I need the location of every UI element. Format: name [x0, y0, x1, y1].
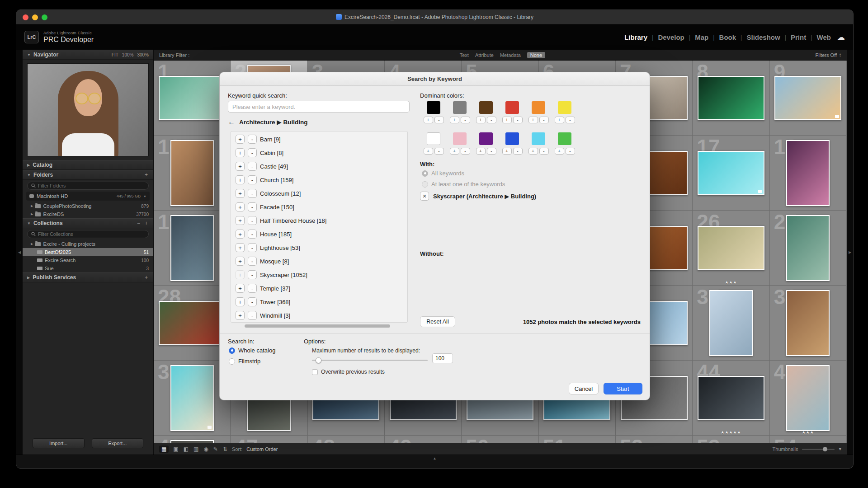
- remove-selected-keyword-button[interactable]: ✕: [420, 192, 429, 201]
- close-window-button[interactable]: [23, 14, 28, 20]
- color-remove-button[interactable]: -: [461, 148, 470, 155]
- grid-cell[interactable]: 52: [616, 436, 693, 443]
- keyword-add-button[interactable]: +: [236, 175, 245, 184]
- color-add-button[interactable]: +: [555, 148, 564, 155]
- color-remove-button[interactable]: -: [539, 148, 549, 155]
- color-remove-button[interactable]: -: [566, 117, 575, 123]
- module-tab-book[interactable]: Book: [719, 33, 736, 41]
- slider-thumb[interactable]: [316, 357, 321, 363]
- painter-tool-icon[interactable]: ✎: [213, 446, 218, 452]
- color-add-button[interactable]: +: [502, 117, 512, 123]
- grid-cell[interactable]: 35: [693, 286, 769, 361]
- color-add-button[interactable]: +: [424, 117, 433, 123]
- minimize-window-button[interactable]: [32, 14, 38, 20]
- color-swatch-red[interactable]: [505, 101, 519, 114]
- keyword-add-button[interactable]: +: [236, 257, 245, 266]
- grid-cell[interactable]: 47: [231, 436, 307, 443]
- overwrite-checkbox[interactable]: [312, 369, 318, 375]
- photo-thumbnail[interactable]: [159, 76, 226, 120]
- slider-thumb[interactable]: [823, 447, 827, 451]
- module-tab-web[interactable]: Web: [817, 33, 831, 41]
- collection-row[interactable]: BestOf202551: [23, 248, 153, 256]
- overwrite-option[interactable]: Overwrite previous results: [312, 369, 385, 375]
- volume-row[interactable]: Macintosh HD 445 / 995 GB ▼: [26, 192, 150, 201]
- filmstrip[interactable]: ▲: [16, 455, 853, 468]
- keyword-remove-button[interactable]: -: [248, 135, 257, 144]
- zoom-option-100pct[interactable]: 100%: [122, 52, 134, 57]
- color-swatch-blue[interactable]: [505, 132, 519, 145]
- with-option[interactable]: At least one of the keywords: [422, 181, 505, 188]
- keyword-remove-button[interactable]: -: [248, 175, 257, 184]
- navigator-preview[interactable]: [27, 63, 149, 156]
- color-remove-button[interactable]: -: [539, 117, 549, 123]
- keyword-add-button[interactable]: +: [236, 135, 245, 144]
- grid-cell[interactable]: 26★★★: [693, 211, 769, 286]
- keyword-add-button[interactable]: +: [236, 284, 245, 293]
- grid-cell[interactable]: 49: [385, 436, 462, 443]
- photo-thumbnail[interactable]: [786, 140, 830, 206]
- search-in-option[interactable]: Filmstrip: [229, 358, 275, 365]
- keyword-remove-button[interactable]: -: [248, 284, 257, 293]
- photo-thumbnail[interactable]: [786, 215, 830, 281]
- keyword-add-button[interactable]: +: [236, 148, 245, 157]
- photo-thumbnail[interactable]: [698, 76, 764, 120]
- keyword-remove-button[interactable]: -: [248, 311, 257, 320]
- color-add-button[interactable]: +: [555, 117, 564, 123]
- color-remove-button[interactable]: -: [434, 117, 444, 123]
- keyword-remove-button[interactable]: -: [248, 243, 257, 252]
- photo-thumbnail[interactable]: [698, 226, 764, 270]
- keyword-add-button[interactable]: +: [236, 202, 245, 211]
- collection-row[interactable]: Excire Search100: [23, 256, 153, 264]
- export-button[interactable]: Export...: [92, 438, 144, 448]
- photo-thumbnail[interactable]: [709, 290, 753, 356]
- loupe-view-icon[interactable]: ▣: [173, 446, 179, 452]
- add-collection-button[interactable]: +: [144, 220, 149, 226]
- photo-thumbnail[interactable]: [698, 376, 764, 420]
- grid-cell[interactable]: 44★★★★★: [693, 361, 769, 436]
- color-remove-button[interactable]: -: [513, 117, 523, 123]
- grid-view-icon[interactable]: ▦: [159, 446, 169, 453]
- grid-cell[interactable]: 27: [770, 211, 847, 286]
- color-remove-button[interactable]: -: [513, 148, 523, 155]
- scrollbar-thumb[interactable]: [245, 324, 390, 328]
- keyword-remove-button[interactable]: -: [248, 202, 257, 211]
- navigator-header[interactable]: ▼ Navigator FIT100%300%: [23, 50, 153, 60]
- keyword-add-button[interactable]: +: [236, 270, 245, 279]
- color-remove-button[interactable]: -: [434, 148, 444, 155]
- color-swatch-brown[interactable]: [479, 101, 493, 114]
- module-tab-map[interactable]: Map: [695, 33, 708, 41]
- filters-off-dropdown[interactable]: Filters Off ▲▼: [816, 52, 841, 58]
- left-panel-collapse-arrow[interactable]: ◀: [16, 50, 23, 455]
- color-swatch-orange[interactable]: [532, 101, 545, 114]
- grid-cell[interactable]: 54: [770, 436, 847, 443]
- zoom-option-fit[interactable]: FIT: [112, 52, 118, 57]
- keyword-remove-button[interactable]: -: [248, 270, 257, 279]
- color-add-button[interactable]: +: [476, 148, 486, 155]
- grid-cell[interactable]: 45★★★: [770, 361, 847, 436]
- collections-header[interactable]: ▼ Collections − +: [23, 218, 153, 228]
- color-remove-button[interactable]: -: [487, 148, 496, 155]
- photo-thumbnail[interactable]: [774, 76, 841, 120]
- module-tab-print[interactable]: Print: [791, 33, 806, 41]
- grid-cell[interactable]: 46: [154, 436, 231, 443]
- color-swatch-green[interactable]: [558, 132, 571, 145]
- photo-thumbnail[interactable]: [159, 301, 226, 345]
- max-results-slider[interactable]: [312, 357, 428, 363]
- keyword-remove-button[interactable]: -: [248, 189, 257, 198]
- color-add-button[interactable]: +: [528, 148, 538, 155]
- grid-cell[interactable]: 9: [770, 61, 847, 136]
- color-add-button[interactable]: +: [476, 117, 486, 123]
- color-swatch-pink[interactable]: [453, 132, 467, 145]
- grid-cell[interactable]: 51: [539, 436, 616, 443]
- keyword-add-button[interactable]: +: [236, 162, 245, 171]
- grid-cell[interactable]: 48: [308, 436, 385, 443]
- color-add-button[interactable]: +: [450, 117, 459, 123]
- photo-thumbnail[interactable]: [786, 290, 830, 356]
- compare-view-icon[interactable]: ◧: [183, 446, 189, 452]
- grid-cell[interactable]: 36: [770, 286, 847, 361]
- max-results-input[interactable]: [432, 353, 453, 363]
- color-add-button[interactable]: +: [528, 117, 538, 123]
- thumbnail-size-slider[interactable]: [802, 446, 835, 452]
- people-view-icon[interactable]: ◉: [203, 446, 208, 452]
- collection-row[interactable]: Sue3: [23, 264, 153, 272]
